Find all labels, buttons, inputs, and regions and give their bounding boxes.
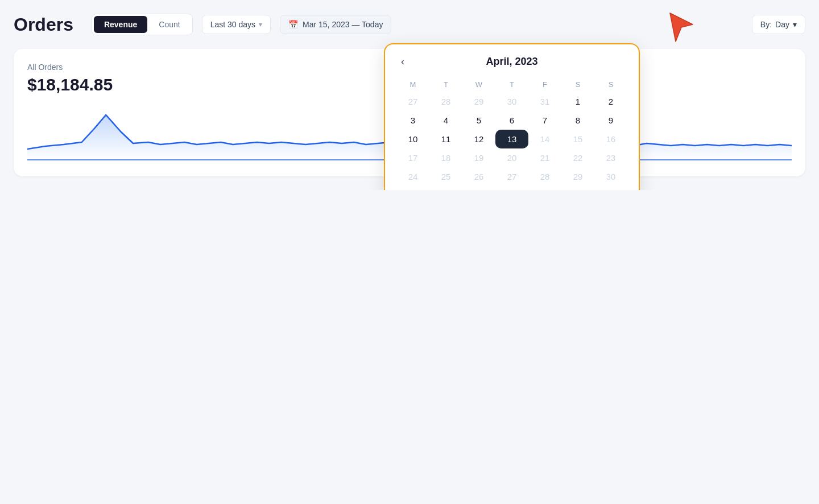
calendar-day: 20: [495, 148, 528, 167]
calendar-weekday: W: [462, 77, 495, 92]
all-orders-card: All Orders $18,184.85: [14, 49, 404, 176]
all-orders-label: All Orders: [27, 63, 390, 72]
calendar-icon: 📅: [288, 20, 298, 29]
calendar-day: 18: [429, 148, 462, 167]
by-value: Day: [775, 20, 789, 29]
calendar-week-row: 17181920212223: [396, 148, 627, 167]
calendar-week-row: 10111213141516: [396, 130, 627, 148]
calendar-day: 15: [561, 130, 594, 148]
calendar-day: 30: [594, 167, 627, 186]
calendar-day: 17: [396, 148, 429, 167]
calendar-weekday: M: [396, 77, 429, 92]
svg-marker-2: [670, 13, 693, 42]
calendar-weekday: S: [561, 77, 594, 92]
calendar-day: 28: [429, 92, 462, 111]
chevron-left-icon: ‹: [401, 56, 404, 67]
calendar-day[interactable]: 2: [594, 92, 627, 111]
calendar-weekday: T: [429, 77, 462, 92]
calendar-prev-btn[interactable]: ‹: [396, 53, 409, 70]
calendar-day[interactable]: 5: [462, 111, 495, 130]
calendar-month-title: April, 2023: [486, 56, 537, 68]
by-day-selector[interactable]: By: Day ▾: [752, 15, 805, 34]
calendar-datepicker: ‹ April, 2023 MTWTFSS 272829303112345678…: [384, 43, 640, 190]
calendar-day: 27: [495, 167, 528, 186]
calendar-weekday: T: [495, 77, 528, 92]
page-title: Orders: [14, 14, 73, 35]
calendar-day: 19: [462, 148, 495, 167]
preset-label: Last 30 days: [210, 20, 255, 29]
metric-toggle: Revenue Count: [92, 14, 193, 35]
count-toggle-btn[interactable]: Count: [148, 16, 190, 33]
all-orders-value: $18,184.85: [27, 75, 390, 94]
date-range-display[interactable]: 📅 Mar 15, 2023 — Today: [280, 15, 391, 34]
chevron-down-icon: ▾: [793, 20, 797, 29]
cards-grid: All Orders $18,184.85 Renewals $12,876.4…: [14, 49, 805, 176]
all-orders-chart: [27, 104, 390, 160]
calendar-day: 27: [396, 92, 429, 111]
calendar-week-row: 3456789: [396, 111, 627, 130]
chevron-down-icon: ▾: [259, 20, 262, 28]
calendar-weekdays-row: MTWTFSS: [396, 77, 627, 92]
date-range-preset-selector[interactable]: Last 30 days ▾: [202, 15, 271, 34]
calendar-day: 24: [396, 167, 429, 186]
calendar-day: 21: [528, 148, 561, 167]
calendar-day[interactable]: 8: [561, 111, 594, 130]
calendar-day: 25: [429, 167, 462, 186]
calendar-day: 16: [594, 130, 627, 148]
calendar-day: 29: [462, 92, 495, 111]
calendar-day[interactable]: 11: [429, 130, 462, 148]
date-range-text: Mar 15, 2023 — Today: [303, 20, 383, 29]
calendar-week-row: 272829303112: [396, 92, 627, 111]
calendar-day[interactable]: 1: [561, 92, 594, 111]
calendar-week-row: 24252627282930: [396, 167, 627, 186]
calendar-day[interactable]: 10: [396, 130, 429, 148]
calendar-day[interactable]: 4: [429, 111, 462, 130]
calendar-day[interactable]: 9: [594, 111, 627, 130]
calendar-day: 30: [495, 92, 528, 111]
calendar-day[interactable]: 7: [528, 111, 561, 130]
calendar-weeks-body: 2728293031123456789101112131415161718192…: [396, 92, 627, 186]
calendar-day[interactable]: 6: [495, 111, 528, 130]
calendar-header: ‹ April, 2023: [396, 56, 627, 68]
calendar-day: 23: [594, 148, 627, 167]
by-prefix: By:: [760, 20, 772, 29]
calendar-day: 29: [561, 167, 594, 186]
calendar-day: 28: [528, 167, 561, 186]
calendar-day: 26: [462, 167, 495, 186]
calendar-grid: MTWTFSS 27282930311234567891011121314151…: [396, 77, 627, 186]
calendar-day[interactable]: 3: [396, 111, 429, 130]
calendar-weekday: F: [528, 77, 561, 92]
calendar-day: 22: [561, 148, 594, 167]
calendar-day[interactable]: 12: [462, 130, 495, 148]
calendar-day[interactable]: 13: [495, 130, 528, 148]
calendar-weekday: S: [594, 77, 627, 92]
calendar-day: 14: [528, 130, 561, 148]
revenue-toggle-btn[interactable]: Revenue: [94, 16, 147, 33]
calendar-day: 31: [528, 92, 561, 111]
